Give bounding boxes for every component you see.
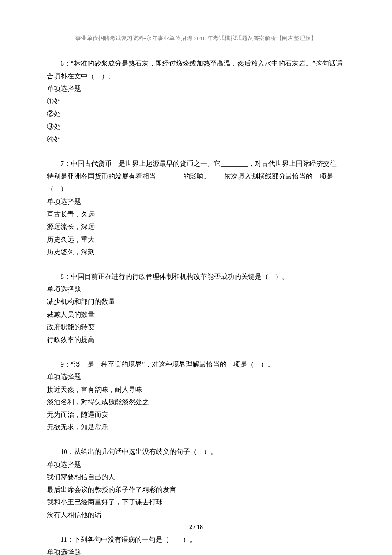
page-header: 事业单位招聘考试复习资料-永年事业单位招聘 2018 年考试模拟试题及答案解析【… (47, 33, 345, 43)
q8-option-b: 裁减人员的数量 (47, 308, 345, 321)
q9-text: 9：“淡，是一种至美的境界”，对这种境界理解最恰当的一项是（ ）。 (47, 358, 345, 371)
q6-type: 单项选择题 (47, 82, 345, 95)
question-8: 8：中国目前正在进行的行政管理体制和机构改革能否成功的关键是（ ）。 单项选择题… (47, 270, 345, 346)
q6-option-d: ④处 (47, 133, 345, 146)
q8-type: 单项选择题 (47, 283, 345, 296)
q9-option-c: 无为而治，随遇而安 (47, 408, 345, 421)
q10-option-d: 没有人相信他的话 (47, 509, 345, 521)
q6-option-c: ③处 (47, 120, 345, 133)
q7-option-d: 历史悠久，深刻 (47, 246, 345, 258)
page-number: 2 / 18 (0, 522, 392, 533)
q10-type: 单项选择题 (47, 458, 345, 471)
q11-type: 单项选择题 (47, 546, 345, 555)
q8-option-a: 减少机构和部门的数量 (47, 295, 345, 308)
q9-option-d: 无欲无求，知足常乐 (47, 421, 345, 434)
question-9: 9：“淡，是一种至美的境界”，对这种境界理解最恰当的一项是（ ）。 单项选择题 … (47, 358, 345, 434)
q8-option-c: 政府职能的转变 (47, 321, 345, 333)
q9-type: 单项选择题 (47, 370, 345, 383)
q6-text: 6：“标准的砂浆成分是熟石灰，即经过煅烧或加热至高温，然后放入水中的石灰岩。”这… (47, 57, 345, 82)
q10-option-c: 我和小王已经商量好了，下了课去打球 (47, 496, 345, 509)
q6-option-a: ①处 (47, 95, 345, 108)
q7-type: 单项选择题 (47, 195, 345, 208)
question-11: 11：下列各句中没有语病的一句是（ ）。 单项选择题 由轻工大学科研所年轻的所长… (47, 533, 345, 555)
question-6: 6：“标准的砂浆成分是熟石灰，即经过煅烧或加热至高温，然后放入水中的石灰岩。”这… (47, 57, 345, 145)
q8-text: 8：中国目前正在进行的行政管理体制和机构改革能否成功的关键是（ ）。 (47, 270, 345, 283)
q10-option-b: 最后出席会议的教授的弟子作了精彩的发言 (47, 483, 345, 496)
q9-option-b: 淡泊名利，对得失成败能淡然处之 (47, 396, 345, 408)
q8-option-d: 行政效率的提高 (47, 333, 345, 346)
question-10: 10：从给出的几句话中选出没有歧义的句子（ ）。 单项选择题 我们需要相信自己的… (47, 445, 345, 521)
q10-text: 10：从给出的几句话中选出没有歧义的句子（ ）。 (47, 445, 345, 458)
q6-option-b: ②处 (47, 107, 345, 120)
question-7: 7：中国古代货币，是世界上起源最早的货币之一。它________，对古代世界上国… (47, 157, 345, 258)
q7-text: 7：中国古代货币，是世界上起源最早的货币之一。它________，对古代世界上国… (47, 157, 345, 195)
q7-option-c: 历史久远，重大 (47, 233, 345, 246)
q11-text: 11：下列各句中没有语病的一句是（ ）。 (47, 533, 345, 546)
q10-option-a: 我们需要相信自己的人 (47, 471, 345, 483)
q7-option-b: 源远流长，深远 (47, 220, 345, 233)
q7-option-a: 亘古长青，久远 (47, 208, 345, 221)
q9-option-a: 接近天然，富有韵味，耐人寻味 (47, 383, 345, 396)
